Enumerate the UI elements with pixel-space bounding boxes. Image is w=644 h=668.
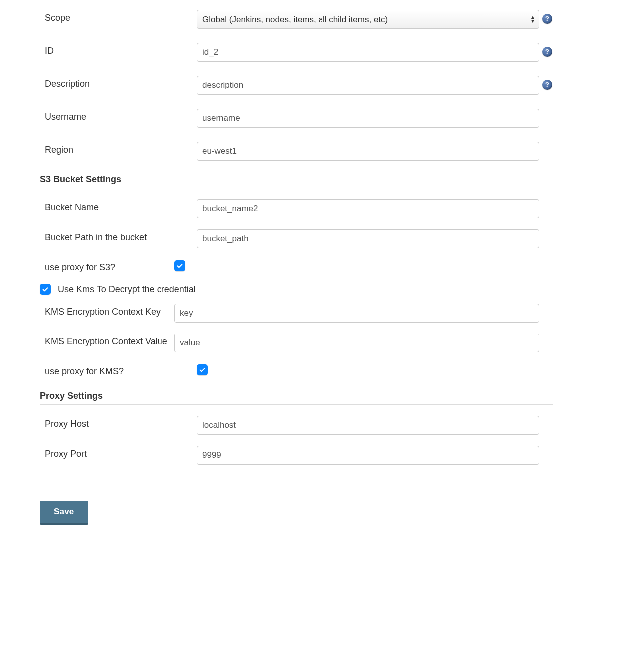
- help-icon[interactable]: ?: [542, 80, 552, 90]
- label-description: Description: [40, 76, 197, 89]
- label-proxy-host: Proxy Host: [40, 416, 197, 429]
- label-s3-proxy: use proxy for S3?: [40, 259, 174, 273]
- help-icon[interactable]: ?: [542, 47, 552, 57]
- kms-proxy-checkbox[interactable]: [197, 364, 208, 375]
- row-use-kms: Use Kms To Decrypt the credential: [40, 284, 553, 295]
- scope-select[interactable]: Global (Jenkins, nodes, items, all child…: [197, 10, 539, 29]
- label-id: ID: [40, 43, 197, 56]
- label-kms-key: KMS Encryption Context Key: [40, 304, 174, 317]
- credentials-form: Scope Global (Jenkins, nodes, items, all…: [40, 10, 553, 525]
- row-username: Username: [40, 109, 553, 128]
- row-id: ID ?: [40, 43, 553, 62]
- save-button[interactable]: Save: [40, 501, 88, 525]
- username-input[interactable]: [197, 109, 539, 128]
- row-bucket-name: Bucket Name: [40, 199, 553, 218]
- row-kms-value: KMS Encryption Context Value: [40, 334, 553, 352]
- row-region: Region: [40, 142, 553, 161]
- check-icon: [176, 262, 183, 269]
- label-username: Username: [40, 109, 197, 122]
- s3-proxy-checkbox[interactable]: [174, 260, 185, 271]
- row-proxy-host: Proxy Host: [40, 416, 553, 435]
- kms-value-input[interactable]: [174, 334, 539, 352]
- label-bucket-path: Bucket Path in the bucket: [40, 229, 197, 243]
- label-use-kms: Use Kms To Decrypt the credential: [58, 284, 196, 295]
- check-icon: [42, 286, 49, 293]
- description-input[interactable]: [197, 76, 539, 95]
- label-kms-value: KMS Encryption Context Value: [40, 334, 174, 347]
- row-s3-proxy: use proxy for S3?: [40, 259, 553, 273]
- bucket-name-input[interactable]: [197, 199, 539, 218]
- proxy-port-input[interactable]: [197, 446, 539, 465]
- label-bucket-name: Bucket Name: [40, 199, 197, 213]
- region-input[interactable]: [197, 142, 539, 161]
- use-kms-checkbox[interactable]: [40, 284, 51, 295]
- section-proxy-heading: Proxy Settings: [40, 391, 553, 405]
- row-kms-key: KMS Encryption Context Key: [40, 304, 553, 323]
- proxy-host-input[interactable]: [197, 416, 539, 435]
- label-region: Region: [40, 142, 197, 155]
- row-proxy-port: Proxy Port: [40, 446, 553, 465]
- label-kms-proxy: use proxy for KMS?: [40, 363, 197, 377]
- row-scope: Scope Global (Jenkins, nodes, items, all…: [40, 10, 553, 29]
- check-icon: [199, 366, 206, 373]
- kms-key-input[interactable]: [174, 304, 539, 323]
- help-icon[interactable]: ?: [542, 14, 552, 24]
- id-input[interactable]: [197, 43, 539, 62]
- label-scope: Scope: [40, 10, 197, 23]
- row-kms-proxy: use proxy for KMS?: [40, 363, 553, 377]
- row-bucket-path: Bucket Path in the bucket: [40, 229, 553, 248]
- section-s3-heading: S3 Bucket Settings: [40, 174, 553, 188]
- bucket-path-input[interactable]: [197, 229, 539, 248]
- label-proxy-port: Proxy Port: [40, 446, 197, 459]
- row-description: Description ?: [40, 76, 553, 95]
